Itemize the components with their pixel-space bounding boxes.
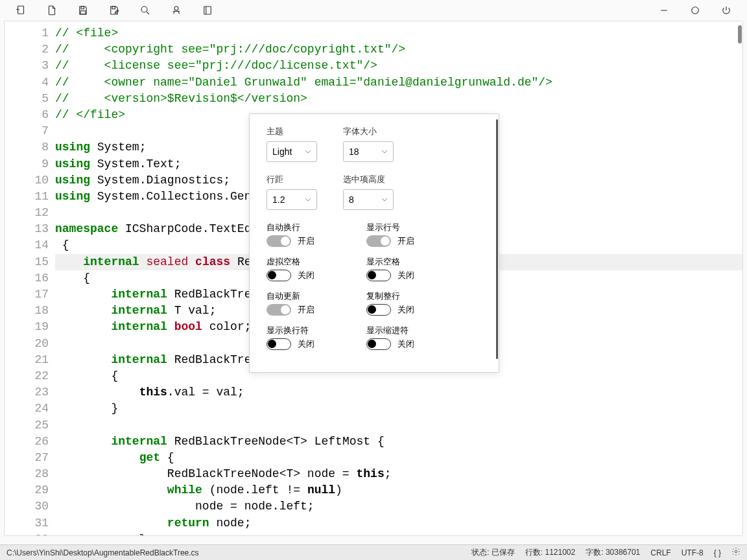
- toolbar: [0, 0, 747, 21]
- save-icon[interactable]: [67, 0, 99, 21]
- virtspace-state: 关闭: [298, 270, 314, 281]
- svg-rect-1: [81, 6, 84, 9]
- svg-rect-6: [204, 6, 211, 14]
- power-icon[interactable]: [711, 0, 742, 21]
- copyline-label: 复制整行: [366, 290, 414, 302]
- code-line[interactable]: return node;: [55, 515, 742, 531]
- showindent-label: 显示缩进符: [366, 325, 414, 336]
- selheight-label: 选中项高度: [343, 174, 394, 185]
- wrap-toggle[interactable]: [267, 235, 291, 247]
- code-line[interactable]: }: [55, 401, 742, 417]
- code-line[interactable]: // <owner name="Daniel Grunwald" email="…: [55, 75, 742, 91]
- code-line[interactable]: RedBlackTreeNode<T> node = this;: [55, 466, 742, 482]
- code-line[interactable]: // <license see="prj:///doc/license.txt"…: [55, 58, 742, 74]
- virtspace-toggle[interactable]: [267, 270, 291, 281]
- selheight-select[interactable]: 8: [343, 189, 394, 210]
- theme-value: Light: [272, 146, 292, 157]
- status-seg: 状态: 已保存: [471, 547, 515, 558]
- scrollbar-vertical[interactable]: [738, 25, 742, 43]
- toolbar-right: [648, 0, 742, 21]
- code-line[interactable]: while (node.left != null): [55, 482, 742, 498]
- wrap-state: 开启: [298, 235, 314, 247]
- theme-select[interactable]: Light: [267, 141, 317, 162]
- chevron-down-icon: [305, 148, 311, 155]
- lineheight-value: 1.2: [272, 194, 285, 205]
- svg-point-4: [141, 6, 147, 12]
- linenum-state: 开启: [397, 235, 414, 247]
- settings-icon[interactable]: [731, 547, 741, 558]
- copyline-toggle[interactable]: [366, 304, 391, 316]
- code-line[interactable]: this.val = val;: [55, 384, 742, 401]
- code-line[interactable]: internal RedBlackTreeNode<T> LeftMost {: [55, 434, 742, 450]
- code-line[interactable]: // <file>: [55, 25, 742, 41]
- maximize-icon[interactable]: [680, 0, 711, 21]
- autoupdate-state: 开启: [298, 304, 314, 316]
- book-icon[interactable]: [192, 0, 223, 21]
- settings-panel: 主题 Light 字体大小 18 行距 1.2 选中项高度 8: [249, 113, 499, 373]
- fontsize-select[interactable]: 18: [343, 141, 394, 162]
- code-line[interactable]: // <version>$Revision$</version>: [55, 91, 742, 107]
- showspace-label: 显示空格: [366, 256, 414, 268]
- svg-point-7: [692, 7, 699, 14]
- code-line[interactable]: }: [55, 531, 742, 536]
- code-line[interactable]: get {: [55, 450, 742, 466]
- fontsize-value: 18: [349, 146, 359, 157]
- linenum-toggle[interactable]: [366, 235, 391, 247]
- svg-rect-2: [80, 11, 86, 14]
- autoupdate-toggle[interactable]: [267, 304, 291, 316]
- showspace-state: 关闭: [397, 270, 414, 281]
- line-gutter: 1234567891011121314151617181920212223242…: [5, 25, 55, 536]
- showindent-state: 关闭: [397, 338, 414, 350]
- lineheight-select[interactable]: 1.2: [267, 189, 317, 210]
- linenum-label: 显示行号: [366, 222, 414, 233]
- svg-rect-3: [112, 6, 115, 9]
- minimize-icon[interactable]: [648, 0, 680, 21]
- copyline-state: 关闭: [397, 304, 414, 316]
- code-line[interactable]: [55, 417, 742, 434]
- search-icon[interactable]: [130, 0, 161, 21]
- showlinebreak-label: 显示换行符: [267, 325, 314, 336]
- toolbar-left: [5, 0, 223, 21]
- encoding-seg[interactable]: UTF-8: [682, 548, 704, 557]
- showlinebreak-toggle[interactable]: [267, 338, 291, 350]
- code-line[interactable]: // <copyright see="prj:///doc/copyright.…: [55, 41, 742, 58]
- showindent-toggle[interactable]: [366, 338, 391, 350]
- autoupdate-label: 自动更新: [267, 290, 314, 302]
- lines-seg: 行数: 1121002: [525, 547, 575, 558]
- chevron-down-icon: [381, 196, 388, 203]
- fontsize-label: 字体大小: [343, 126, 394, 137]
- svg-rect-0: [18, 6, 24, 14]
- file-path: C:\Users\YinShi\Desktop\AugmentableRedBl…: [6, 548, 199, 557]
- new-file-icon[interactable]: [5, 0, 36, 21]
- selheight-value: 8: [349, 194, 354, 205]
- translate-icon[interactable]: [161, 0, 192, 21]
- svg-point-5: [174, 6, 178, 10]
- settings-scrollbar[interactable]: [496, 119, 498, 359]
- open-file-icon[interactable]: [36, 0, 67, 21]
- virtspace-label: 虚拟空格: [267, 256, 314, 268]
- save-as-icon[interactable]: [99, 0, 130, 21]
- eol-seg[interactable]: CRLF: [650, 548, 670, 557]
- chevron-down-icon: [305, 196, 311, 203]
- wrap-label: 自动换行: [267, 222, 314, 233]
- bracket-seg[interactable]: { }: [714, 548, 721, 557]
- lineheight-label: 行距: [267, 174, 317, 185]
- showspace-toggle[interactable]: [366, 270, 391, 281]
- theme-label: 主题: [267, 126, 317, 137]
- svg-point-8: [735, 550, 737, 553]
- showlinebreak-state: 关闭: [298, 338, 314, 350]
- chars-seg: 字数: 30386701: [586, 547, 640, 558]
- statusbar: C:\Users\YinShi\Desktop\AugmentableRedBl…: [0, 544, 747, 560]
- code-line[interactable]: node = node.left;: [55, 498, 742, 515]
- chevron-down-icon: [381, 148, 388, 155]
